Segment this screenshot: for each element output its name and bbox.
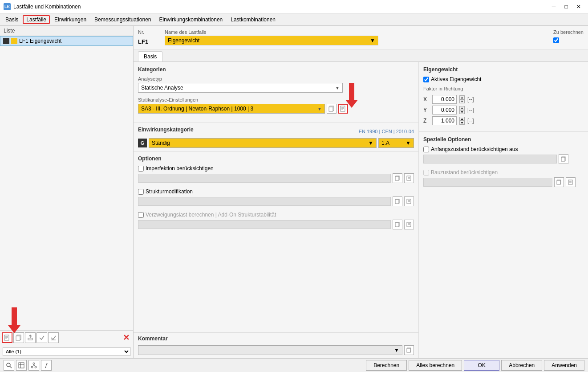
menu-einwirkungen[interactable]: Einwirkungen bbox=[51, 15, 90, 24]
imperfektion-btn1[interactable] bbox=[393, 173, 402, 183]
option-imperfektion: Imperfektion berücksichtigen bbox=[138, 165, 414, 183]
x-up[interactable]: ▲ bbox=[459, 95, 465, 99]
faktor-row-x: X 0.000 ▲ ▼ [--] bbox=[423, 95, 584, 104]
unit-x: [--] bbox=[467, 96, 474, 102]
list-panel: Liste LF1 Eigengewicht bbox=[0, 26, 134, 358]
statik-dropdown[interactable]: SA3 - III. Ordnung | Newton-Raphson | 10… bbox=[138, 104, 325, 114]
verzweigung-btn2[interactable] bbox=[404, 220, 414, 229]
bau-btn2[interactable] bbox=[566, 177, 576, 187]
list-header: Liste bbox=[0, 26, 133, 36]
name-dropdown[interactable]: Eigengewicht ▼ bbox=[165, 36, 378, 45]
z-down[interactable]: ▼ bbox=[459, 121, 465, 125]
kommentar-dropdown[interactable]: ▼ bbox=[138, 345, 402, 355]
aktiv-label: Aktives Eigengewicht bbox=[431, 76, 481, 82]
new-icon bbox=[4, 335, 10, 341]
content-arrow-head bbox=[345, 100, 358, 108]
struktur-checkbox[interactable] bbox=[138, 189, 144, 195]
spezielle-section: Spezielle Optionen Anfangszustand berück… bbox=[419, 132, 588, 197]
filter-select[interactable]: Alle (1) bbox=[3, 347, 130, 356]
menu-lastfaelle[interactable]: Lastfälle bbox=[23, 15, 50, 24]
anfang-btn[interactable] bbox=[559, 154, 568, 164]
export-button[interactable] bbox=[25, 332, 36, 343]
struktur-btn1[interactable] bbox=[393, 196, 402, 206]
minimize-button[interactable]: ─ bbox=[548, 2, 560, 11]
alles-berechnen-button[interactable]: Alles berechnen bbox=[409, 360, 462, 371]
analysetyp-arrow: ▼ bbox=[335, 86, 340, 90]
abbrechen-button[interactable]: Abbrechen bbox=[501, 360, 542, 371]
content-arrow-shaft bbox=[349, 83, 354, 100]
anfang-group: Anfangszustand berücksichtigen aus bbox=[423, 146, 584, 164]
y-up[interactable]: ▲ bbox=[459, 106, 465, 110]
verzweigung-checkbox[interactable] bbox=[138, 212, 144, 218]
export-icon bbox=[27, 335, 33, 341]
unit-y: [--] bbox=[467, 107, 474, 113]
verzweigung-label: Verzweigungslast berechnen | Add-On Stru… bbox=[146, 212, 276, 218]
z-up[interactable]: ▲ bbox=[459, 117, 465, 121]
tab-basis[interactable]: Basis bbox=[138, 51, 162, 61]
close-button[interactable]: ✕ bbox=[573, 2, 584, 11]
maximize-button[interactable]: □ bbox=[560, 2, 572, 11]
kategorien-section: Kategorien Analysetyp Statische Analyse … bbox=[134, 62, 418, 123]
arrow-head bbox=[8, 325, 20, 333]
kommentar-section: Kommentar ▼ bbox=[134, 333, 418, 358]
axis-z: Z bbox=[423, 118, 430, 124]
aktiv-checkbox[interactable] bbox=[423, 77, 429, 82]
faktor-x-input[interactable]: 0.000 bbox=[432, 95, 457, 104]
faktor-z-input[interactable]: 1.000 bbox=[432, 116, 457, 125]
statik-copy-btn[interactable] bbox=[327, 104, 337, 114]
berechnen-button[interactable]: Berechnen bbox=[366, 360, 407, 371]
svg-line-40 bbox=[10, 366, 12, 368]
delete-button[interactable]: ✕ bbox=[121, 332, 131, 343]
svg-rect-41 bbox=[19, 363, 24, 368]
check2-button[interactable] bbox=[48, 332, 59, 343]
list-item[interactable]: LF1 Eigengewicht bbox=[0, 36, 133, 46]
imperfektion-checkbox[interactable] bbox=[138, 166, 144, 172]
faktor-y-input[interactable]: 0.000 bbox=[432, 106, 457, 114]
bau-row: Bauzustand berücksichtigen bbox=[423, 169, 584, 176]
new-item-button[interactable] bbox=[2, 332, 12, 343]
einwirkung-section: Einwirkungskategorie EN 1990 | CEN | 201… bbox=[134, 123, 418, 151]
bau-btn1[interactable] bbox=[554, 177, 564, 187]
ok-button[interactable]: OK bbox=[464, 360, 499, 371]
svg-point-44 bbox=[33, 363, 35, 364]
node-bottom-btn[interactable] bbox=[28, 360, 39, 371]
copy-item-button[interactable] bbox=[13, 332, 24, 343]
sub-dropdown[interactable]: 1.A ▼ bbox=[378, 138, 414, 148]
right-column: Eigengewicht Aktives Eigengewicht Faktor… bbox=[419, 62, 588, 358]
kategorie-dropdown[interactable]: Ständig ▼ bbox=[149, 138, 377, 148]
menu-bemessungssituationen[interactable]: Bemessungssituationen bbox=[91, 15, 154, 24]
copy-icon2 bbox=[328, 106, 335, 112]
kommentar-value bbox=[141, 347, 142, 353]
bau-checkbox[interactable] bbox=[423, 170, 429, 176]
kommentar-row: ▼ bbox=[138, 345, 414, 355]
anfang-checkbox[interactable] bbox=[423, 147, 429, 152]
item-color-yellow bbox=[11, 38, 17, 44]
analysetyp-label: Analysetyp bbox=[138, 76, 414, 82]
menu-basis[interactable]: Basis bbox=[2, 15, 22, 24]
zu-berechnen-checkbox[interactable] bbox=[553, 37, 559, 43]
list-content: LF1 Eigengewicht bbox=[0, 36, 133, 183]
formula-bottom-btn[interactable]: ƒ bbox=[41, 360, 52, 371]
verzweigung-btn1[interactable] bbox=[393, 220, 402, 229]
check1-button[interactable] bbox=[36, 332, 47, 343]
menu-lastkombinationen[interactable]: Lastkombinationen bbox=[227, 15, 279, 24]
statik-value: SA3 - III. Ordnung | Newton-Raphson | 10… bbox=[141, 106, 253, 112]
svg-rect-21 bbox=[395, 200, 399, 204]
x-down[interactable]: ▼ bbox=[459, 99, 465, 103]
search-bottom-btn[interactable] bbox=[4, 360, 14, 371]
kommentar-btn[interactable] bbox=[404, 345, 414, 355]
anwenden-button[interactable]: Anwenden bbox=[544, 360, 584, 371]
spezielle-title: Spezielle Optionen bbox=[423, 136, 584, 143]
y-down[interactable]: ▼ bbox=[459, 110, 465, 114]
kategorien-title: Kategorien bbox=[138, 66, 414, 73]
z-stepper: ▲ ▼ bbox=[459, 117, 465, 125]
imperfektion-btn2[interactable] bbox=[404, 173, 414, 183]
svg-line-47 bbox=[33, 364, 34, 366]
analysetyp-dropdown[interactable]: Statische Analyse ▼ bbox=[138, 83, 343, 93]
menu-einwirkungskombinationen[interactable]: Einwirkungskombinationen bbox=[156, 15, 227, 24]
analysetyp-value: Statische Analyse bbox=[141, 85, 183, 91]
table-bottom-btn[interactable] bbox=[16, 360, 27, 371]
imperfektion-field bbox=[138, 174, 391, 183]
struktur-btn2[interactable] bbox=[404, 196, 414, 206]
statik-group: Statikanalyse-Einstellungen SA3 - III. O… bbox=[138, 97, 414, 114]
